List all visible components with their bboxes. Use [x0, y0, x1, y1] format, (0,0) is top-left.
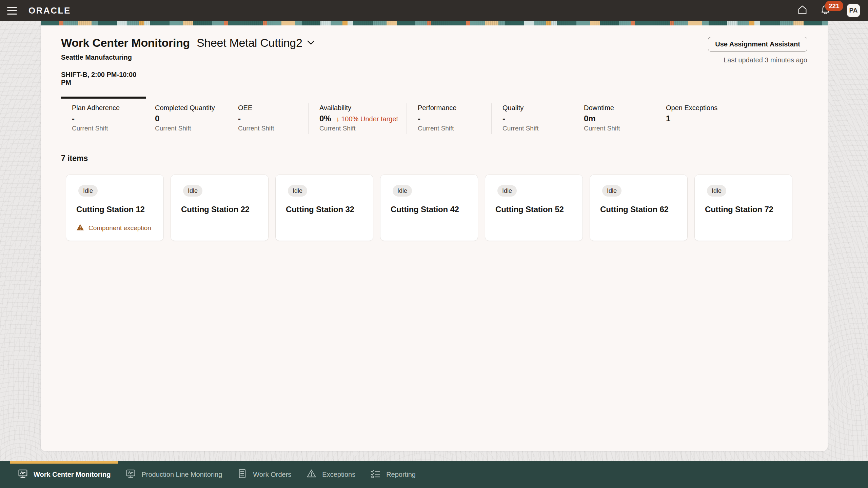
nav-item-work-center-monitoring[interactable]: Work Center Monitoring [10, 461, 118, 488]
notification-count-badge: 221 [825, 1, 843, 11]
kpi-value-row: 1 [666, 114, 717, 123]
kpi-value: 0 [155, 114, 159, 123]
station-card[interactable]: Idle Cutting Station 52 [485, 175, 583, 241]
kpi-value: - [418, 114, 420, 123]
kpi-label: Performance [418, 104, 491, 112]
report-checklist-icon [370, 468, 381, 481]
station-card[interactable]: Idle Cutting Station 12 Component except [66, 175, 164, 241]
home-button[interactable] [797, 4, 808, 17]
kpi-value: 0% [319, 114, 331, 123]
kpi-strip: Plan Adherence - Current Shift Completed… [61, 103, 807, 134]
work-center-name: Sheet Metal Cutting2 [197, 36, 302, 49]
station-name: Cutting Station 32 [286, 205, 363, 214]
kpi-tile: Open Exceptions 1 [655, 103, 724, 134]
kpi-value-row: 0% ↓ 100% Under target [319, 114, 407, 123]
warning-triangle-icon [306, 468, 317, 481]
kpi-tile: Quality - Current Shift [492, 103, 573, 134]
oracle-logo: ORACLE [28, 5, 71, 16]
items-count: 7 items [61, 154, 807, 163]
status-badge: Idle [288, 185, 307, 197]
bottom-navigation: Work Center Monitoring Production Line M… [0, 461, 868, 488]
notifications-button-wrap: 221 [820, 4, 831, 17]
kpi-tile: Completed Quantity 0 Current Shift [144, 103, 227, 134]
kpi-value-row: 0 [155, 114, 227, 123]
kpi-value-row: - [418, 114, 491, 123]
status-badge: Idle [78, 185, 98, 197]
kpi-subtitle: Current Shift [502, 125, 573, 132]
monitor-chart-icon [18, 468, 28, 481]
kpi-value: 0m [584, 114, 596, 123]
kpi-subtitle: Current Shift [155, 125, 227, 132]
nav-item-reporting[interactable]: Reporting [363, 461, 423, 488]
kpi-value: 1 [666, 114, 670, 123]
nav-label: Work Center Monitoring [34, 471, 111, 479]
hamburger-menu-icon[interactable] [3, 2, 20, 19]
page-header-right: Use Assignment Assistant Last updated 3 … [708, 36, 807, 64]
kpi-label: Open Exceptions [666, 104, 717, 112]
kpi-label: Quality [502, 104, 573, 112]
nav-item-production-line-monitoring[interactable]: Production Line Monitoring [118, 461, 230, 488]
kpi-tile: Performance - Current Shift [407, 103, 492, 134]
kpi-label: Availability [319, 104, 407, 112]
station-card[interactable]: Idle Cutting Station 42 [380, 175, 478, 241]
status-badge: Idle [602, 185, 622, 197]
kpi-subtitle: Current Shift [418, 125, 491, 132]
work-center-selector[interactable]: Sheet Metal Cutting2 [197, 36, 315, 49]
nav-label: Reporting [386, 471, 416, 479]
kpi-subtitle: Current Shift [238, 125, 308, 132]
monitor-chart-icon [125, 468, 136, 481]
nav-item-exceptions[interactable]: Exceptions [299, 461, 363, 488]
shift-tab[interactable]: SHIFT-B, 2:00 PM-10:00 PM [61, 71, 146, 99]
station-name: Cutting Station 72 [705, 205, 782, 214]
nav-label: Production Line Monitoring [141, 471, 222, 479]
work-order-icon [237, 468, 248, 481]
kpi-value-row: - [238, 114, 308, 123]
kpi-value: - [502, 114, 505, 123]
panel-content: Work Center Monitoring Sheet Metal Cutti… [41, 36, 828, 241]
chevron-down-icon [307, 40, 315, 46]
station-name: Cutting Station 22 [181, 205, 258, 214]
kpi-value-row: 0m [584, 114, 655, 123]
use-assignment-assistant-button[interactable]: Use Assignment Assistant [708, 37, 807, 52]
kpi-value-row: - [502, 114, 573, 123]
organization-label: Seattle Manufacturing [61, 54, 315, 61]
station-name: Cutting Station 52 [495, 205, 572, 214]
status-badge: Idle [707, 185, 726, 197]
station-card[interactable]: Idle Cutting Station 32 [275, 175, 373, 241]
page-header: Work Center Monitoring Sheet Metal Cutti… [61, 36, 807, 99]
home-icon [797, 4, 808, 17]
app-screen: ORACLE 221 PA [0, 0, 868, 488]
user-avatar[interactable]: PA [847, 4, 860, 17]
kpi-subtitle: Current Shift [584, 125, 655, 132]
kpi-tile: Plan Adherence - Current Shift [61, 103, 144, 134]
station-name: Cutting Station 42 [391, 205, 468, 214]
title-line: Work Center Monitoring Sheet Metal Cutti… [61, 36, 315, 49]
page-header-left: Work Center Monitoring Sheet Metal Cutti… [61, 36, 315, 99]
page-title: Work Center Monitoring [61, 36, 190, 49]
kpi-value: - [238, 114, 241, 123]
kpi-tile: Downtime 0m Current Shift [573, 103, 655, 134]
main-panel: Work Center Monitoring Sheet Metal Cutti… [41, 21, 828, 451]
kpi-tile: Availability 0% ↓ 100% Under target Curr… [309, 103, 407, 134]
station-card[interactable]: Idle Cutting Station 72 [694, 175, 792, 241]
topbar-actions: 221 PA [797, 4, 860, 17]
station-card[interactable]: Idle Cutting Station 62 [590, 175, 688, 241]
nav-item-work-orders[interactable]: Work Orders [230, 461, 299, 488]
kpi-value-row: - [72, 114, 144, 123]
kpi-subtitle: Current Shift [319, 125, 407, 132]
kpi-delta: ↓ 100% Under target [336, 115, 398, 123]
station-card[interactable]: Idle Cutting Station 22 [171, 175, 269, 241]
last-updated-label: Last updated 3 minutes ago [708, 56, 807, 64]
status-badge: Idle [497, 185, 517, 197]
top-app-bar: ORACLE 221 PA [0, 0, 868, 21]
kpi-value: - [72, 114, 75, 123]
nav-label: Work Orders [253, 471, 291, 479]
station-alert: Component exception [76, 224, 151, 232]
station-name: Cutting Station 12 [76, 205, 153, 214]
kpi-label: OEE [238, 104, 308, 112]
status-badge: Idle [393, 185, 412, 197]
nav-label: Exceptions [322, 471, 355, 479]
station-card-list: Idle Cutting Station 12 Component except [66, 175, 807, 241]
kpi-label: Completed Quantity [155, 104, 227, 112]
decorative-banner [41, 21, 828, 25]
